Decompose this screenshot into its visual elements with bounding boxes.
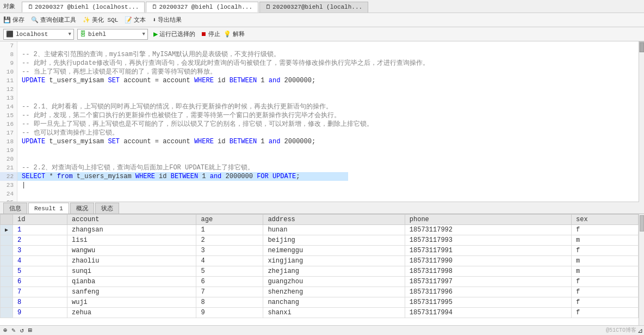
line-content: UPDATE t_users_myisam SET account = acco… [17, 137, 315, 146]
row-indicator-cell [1, 308, 13, 318]
line-content [17, 155, 22, 163]
id-cell: 5 [13, 266, 67, 277]
results-area[interactable]: id account age address phone sex ▶1zhang… [0, 214, 639, 325]
address-cell: shenzheng [263, 287, 405, 297]
editor-line: 15-- 此时，发现，第二个窗口执行的更新操作也被锁住了，需要等待第一个窗口的更… [0, 111, 639, 120]
tab-3-label: 20200327@biehl (localh... [273, 4, 362, 10]
stop-button[interactable]: ⏹ 停止 [201, 30, 220, 38]
table-row[interactable]: 7sanfeng7shenzheng18573117996f [1, 287, 639, 297]
editor-line: 8-- 2、主键索引范围的查询，myisam引擎，MyISAM默认用的是表级锁，… [0, 50, 639, 59]
row-indicator-cell [1, 256, 13, 266]
table-row[interactable]: 5sunqi5zhejiang18573117998m [1, 266, 639, 277]
tab-1[interactable]: 🗒 20200327 @biehl (localhost... [22, 2, 145, 13]
address-cell: beijing [263, 235, 405, 246]
table-row[interactable]: 4zhaoliu4xingjiang18573117990m [1, 256, 639, 266]
account-cell: zhaoliu [67, 256, 196, 266]
host-value: localhost [16, 31, 66, 38]
db-select[interactable]: 🗄 biehl ▼ [77, 29, 148, 40]
sex-cell: f [572, 246, 639, 256]
editor-scrollbar[interactable] [639, 41, 644, 202]
host-select[interactable]: ⬛ localhost ▼ [3, 29, 74, 40]
id-cell: 4 [13, 256, 67, 266]
account-cell: sanfeng [67, 287, 196, 297]
info-tab[interactable]: 信息 [3, 203, 27, 214]
col-account[interactable]: account [67, 215, 196, 225]
status-tab[interactable]: 状态 [95, 203, 119, 214]
save-button[interactable]: 💾 保存 [3, 16, 24, 24]
phone-cell: 18573117996 [405, 287, 571, 297]
account-cell: sunqi [67, 266, 196, 277]
results-scrollbar-thumb[interactable] [640, 215, 644, 232]
col-age[interactable]: age [196, 215, 263, 225]
row-indicator-cell [1, 235, 13, 246]
address-cell: xingjiang [263, 256, 405, 266]
text-button[interactable]: 📝 文本 [125, 16, 146, 24]
editor-area[interactable]: 78-- 2、主键索引范围的查询，myisam引擎，MyISAM默认用的是表级锁… [0, 41, 639, 202]
run-button[interactable]: ▶ 运行已选择的 [151, 29, 197, 39]
account-cell: lisi [67, 235, 196, 246]
line-number: 9 [0, 59, 17, 68]
db-icon: 🗄 [80, 31, 86, 38]
phone-cell: 18573117991 [405, 246, 571, 256]
beautify-button[interactable]: ✨ 美化 SQL [83, 16, 118, 24]
table-row[interactable]: ▶1zhangsan1hunan18573117992f [1, 225, 639, 235]
scrollbar-thumb[interactable] [640, 42, 644, 52]
stop-label: 停止 [208, 30, 220, 38]
line-content: -- 也可以对查询操作上排它锁。 [17, 129, 119, 137]
row-indicator-cell [1, 266, 13, 277]
table-row[interactable]: 6qianba6guangzhou18573117997f [1, 277, 639, 287]
col-sex[interactable]: sex [572, 215, 639, 225]
col-phone[interactable]: phone [405, 215, 571, 225]
tab-3[interactable]: 🗒 20200327@biehl (localh... [259, 2, 368, 13]
line-number: 25 [0, 198, 17, 202]
editor-line: 24 [0, 190, 639, 198]
age-cell: 3 [196, 246, 263, 256]
line-number: 18 [0, 137, 17, 146]
id-cell: 8 [13, 297, 67, 308]
overview-tab[interactable]: 概况 [70, 203, 94, 214]
line-number: 12 [0, 85, 17, 94]
address-cell: guangzhou [263, 277, 405, 287]
col-id[interactable]: id [13, 215, 67, 225]
table-row[interactable]: 2lisi2beijing18573117993m [1, 235, 639, 246]
watermark: @51CTO博客 [606, 326, 636, 334]
line-content: -- 即一旦先上了写锁，再上写锁也是不可能的了，所以以锁又了它的别名，排它锁，可… [17, 120, 373, 129]
phone-cell: 18573117998 [405, 266, 571, 277]
explain-button[interactable]: 💡 解释 [224, 30, 245, 38]
editor-line: 21-- 2.2、对查询语句上排它锁，查询语句后面加上FOR UPDATE就上了… [0, 163, 639, 172]
status-tab-label: 状态 [101, 204, 113, 212]
add-icon[interactable]: ⊕ [3, 326, 7, 334]
col-address[interactable]: address [263, 215, 405, 225]
sex-cell: m [572, 256, 639, 266]
refresh-icon[interactable]: ↺ [20, 326, 23, 334]
editor-line: 12 [0, 85, 639, 94]
conn-bar: ⬛ localhost ▼ 🗄 biehl ▼ ▶ 运行已选择的 ⏹ 停止 💡 … [0, 27, 644, 41]
account-cell: qianba [67, 277, 196, 287]
sex-cell: m [572, 235, 639, 246]
top-bar: 对象 🗒 20200327 @biehl (localhost... 🗒 202… [0, 0, 644, 13]
age-cell: 5 [196, 266, 263, 277]
watermark-text: @51CTO博客 [606, 327, 636, 333]
edit-icon[interactable]: ✎ [11, 326, 15, 334]
account-cell: wuji [67, 297, 196, 308]
table-row[interactable]: 3wangwu3neimenggu18573117991f [1, 246, 639, 256]
grid-icon[interactable]: ⊞ [28, 326, 32, 334]
row-indicator-cell [1, 246, 13, 256]
result1-tab[interactable]: Result 1 [28, 203, 69, 214]
bottom-tab-bar: 信息 Result 1 概况 状态 [0, 202, 644, 214]
id-cell: 6 [13, 277, 67, 287]
line-content [17, 198, 22, 202]
sex-cell: f [572, 225, 639, 235]
editor-line: 14-- 2.1、此时看着，上写锁的同时再上写锁的情况，即在执行更新操作的时候，… [0, 102, 639, 111]
line-content [17, 190, 22, 198]
editor-lines: 78-- 2、主键索引范围的查询，myisam引擎，MyISAM默认用的是表级锁… [0, 41, 639, 202]
tab-3-icon: 🗒 [265, 4, 271, 10]
account-cell: zehua [67, 308, 196, 318]
results-scrollbar[interactable] [639, 214, 644, 325]
table-row[interactable]: 9zehua9shanxi18573117994f [1, 308, 639, 318]
tab-2[interactable]: 🗒 20200327 @biehl (localh... [146, 2, 258, 13]
table-row[interactable]: 8wuji8nanchang18573117995f [1, 297, 639, 308]
export-button[interactable]: ⬇ 导出结果 [152, 16, 182, 24]
query-tool-button[interactable]: 🔍 查询创建工具 [31, 16, 76, 24]
stop-icon: ⏹ [201, 31, 207, 38]
